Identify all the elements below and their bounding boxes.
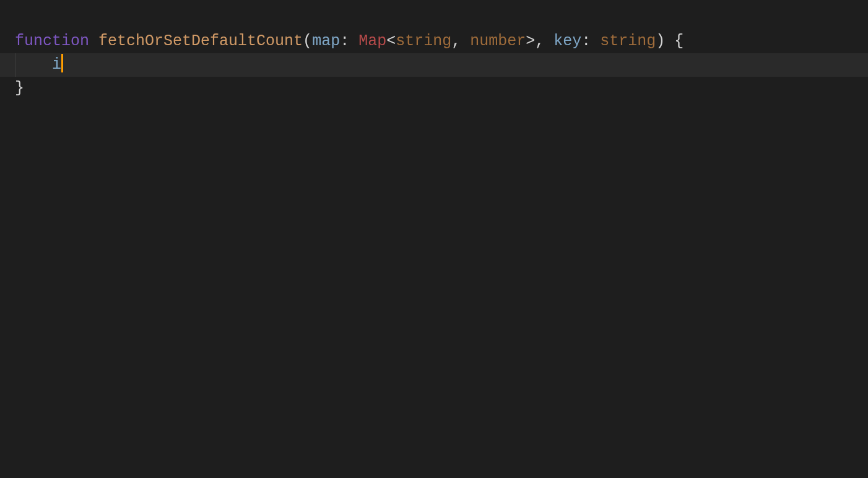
keyword-function: function [15, 32, 89, 50]
generic-string: string [396, 32, 451, 50]
close-paren: ) [656, 32, 665, 50]
param-map: map [312, 32, 340, 50]
colon: : [340, 32, 358, 50]
open-paren: ( [303, 32, 312, 50]
code-line-3[interactable]: } [0, 77, 868, 100]
code-editor[interactable]: function fetchOrSetDefaultCount(map: Map… [0, 0, 868, 478]
identifier-partial: i [52, 56, 61, 74]
code-line-2-current[interactable]: i [0, 53, 868, 77]
function-name: fetchOrSetDefaultCount [98, 32, 303, 50]
generic-number: number [470, 32, 526, 50]
space [89, 32, 98, 50]
angle-open: < [386, 32, 396, 50]
brace-open: { [665, 32, 684, 50]
type-map: Map [358, 32, 386, 50]
indent-guide [15, 53, 15, 77]
cursor [61, 54, 63, 72]
generic-comma: , [451, 32, 470, 50]
comma: , [535, 32, 553, 50]
param-key: key [553, 32, 581, 50]
code-line-1[interactable]: function fetchOrSetDefaultCount(map: Map… [0, 30, 868, 53]
type-string: string [600, 32, 656, 50]
colon: : [581, 32, 600, 50]
indent [15, 56, 52, 74]
brace-close: } [15, 79, 24, 97]
angle-close: > [526, 32, 535, 50]
